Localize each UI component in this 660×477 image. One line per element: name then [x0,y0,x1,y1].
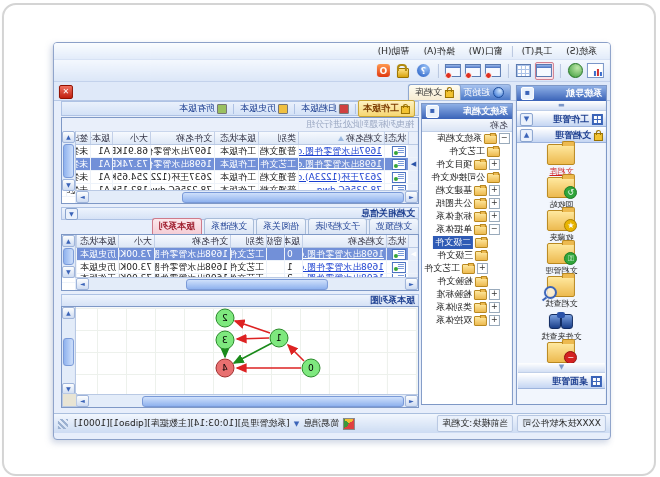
tree-column-header[interactable]: 名称 [422,119,512,132]
pin-icon[interactable]: ▪ [521,87,534,100]
svg-text:1: 1 [276,333,282,343]
collapse-chevron-icon[interactable]: ▼ [65,208,78,220]
tree-row[interactable]: +标准体系 [422,210,512,223]
menu-window[interactable]: 窗口(W) [462,43,510,60]
horizontal-scrollbar[interactable]: ◄► [75,190,418,203]
tree-row[interactable]: +检验标准 [422,288,512,301]
version-filter-archived[interactable]: 归档版本 [297,101,353,116]
overflow-chevron-icon[interactable]: ▼ [518,363,605,373]
globe-icon[interactable] [567,63,584,79]
tree-row[interactable]: +双控体系 [422,314,512,327]
chevron-down-icon[interactable]: ▼ [520,113,533,126]
tree-row-selected[interactable]: 二级文件 [422,236,512,249]
graph-node-0[interactable]: 0 [302,359,320,377]
col-size[interactable]: 大小 [112,132,150,144]
tree-row[interactable]: +公共图纸 [422,197,512,210]
tree-row[interactable]: −单据体系 [422,223,512,236]
tree-row[interactable]: 检验文件 [422,275,512,288]
window-view-active-icon[interactable] [535,62,554,80]
chart-icon[interactable] [587,63,604,79]
horizontal-scrollbar[interactable]: ◄► [75,394,418,407]
col-doc-name[interactable]: 文档名称 [302,235,386,247]
window-red-icon[interactable] [485,63,502,79]
graph-node-1[interactable]: 1 [270,329,288,347]
col-size[interactable]: 大小 [118,235,154,247]
graph-node-3[interactable]: 3 [216,331,234,349]
tab-start-page[interactable]: 起始页 [456,84,511,100]
table-row[interactable]: 1697出水管零件图.dwg普通文档 工作版本1697出水管零件图.dwg 68… [62,145,418,158]
tab-borrow-relation[interactable]: 借阅关系 [256,218,306,234]
col-file-name[interactable]: 文件名称 [154,235,230,247]
graph-node-2[interactable]: 2 [216,309,234,327]
tab-document-library[interactable]: 文档库 [408,84,461,100]
col-version-no[interactable]: 版本号 [284,235,302,247]
nav-item-doc-search[interactable]: 文档查找 [522,275,602,308]
nav-item-doc-management[interactable]: ⚿ 文档管理 [522,242,602,275]
table-row-selected[interactable]: ▶ 1698出水管零件图.dwg工艺文件 工作版本1698出水管零件图.dwg … [62,158,418,171]
section-work-management[interactable]: 工作管理 ▼ [517,111,606,127]
grid-group-panel[interactable]: 拖曳列标题到此处进行分组 [62,118,418,132]
table-row[interactable]: 2637王环(1223A).dwg普通文档 工作版本2637王环(1223A).… [62,171,418,184]
window-red-icon[interactable] [465,63,482,79]
col-version-state[interactable]: 版本状态 [214,132,258,144]
tree-row[interactable]: 工艺文件 [422,145,512,158]
tree-row[interactable]: +类别体系 [422,301,512,314]
section-desktop-management[interactable]: 桌面管理 [518,373,605,389]
table-row[interactable]: 1698出水管零件图.dwg1 工艺文件 1698出水管零件图.dwg73.00… [62,261,418,274]
version-graph-canvas[interactable]: 2 3 1 4 0 [74,308,417,396]
menu-action[interactable]: 操作(A) [417,43,462,60]
help-globe-icon[interactable]: ? [415,63,432,79]
tree-row[interactable]: +工艺文件 [422,262,512,275]
splitter-handle[interactable]: ▬ [517,101,606,111]
toolbar-separator [560,64,561,78]
col-version-no[interactable]: 版本号 [90,132,112,144]
nav-item-document-library[interactable]: 文档库 [522,143,602,176]
vertical-scrollbar[interactable]: ▲▼ [62,307,76,395]
dropdown-chevron-icon[interactable]: ▼ [294,420,299,428]
tab-version-series[interactable]: 版本系列 [152,218,202,234]
version-filter-working[interactable]: 工作版本 [358,100,415,117]
graph-node-4-current[interactable]: 4 [216,359,234,377]
horizontal-scrollbar[interactable]: ◄► [75,277,418,290]
col-file-name[interactable]: 文件名称 [150,132,214,144]
tree-row[interactable]: 三级文件 [422,249,512,262]
col-category[interactable]: 类别 [230,235,266,247]
menu-system[interactable]: 系统(S) [559,43,604,60]
menu-help[interactable]: 帮助(H) [371,43,417,60]
col-version-state[interactable]: 版本状态 [76,235,118,247]
version-filter-history[interactable]: 历史版本 [236,101,292,116]
vertical-scrollbar[interactable]: ▲▼ [62,235,76,278]
tab-doc-pedigree[interactable]: 文档谱系 [204,218,254,234]
tab-subdoc-list[interactable]: 子文档列表 [308,218,367,234]
col-status[interactable]: 状态图 [386,235,408,247]
pin-icon[interactable]: ▪ [426,105,439,118]
grid-icon [592,114,603,125]
tree-row[interactable]: 公司接收文件 [422,171,512,184]
resize-grip[interactable] [58,419,68,429]
nav-item-folder-search[interactable]: 文件夹查找 [522,308,602,341]
quick-message-button[interactable]: 简易消息 [303,417,339,430]
folder-recycle-icon: ↻ [548,177,576,198]
col-security[interactable]: 密级 [266,235,284,247]
version-filter-all[interactable]: 所有版本 [175,101,231,116]
window-red-icon[interactable] [445,63,462,79]
menu-tools[interactable]: 工具(T) [515,43,560,60]
table-view-icon[interactable] [515,63,532,79]
close-icon[interactable]: ✕ [59,85,73,99]
table-row-selected[interactable]: ▶ 1698出水管零件图.dwg0 工艺文件 1698出水管零件图.dwg73.… [62,248,418,261]
doc-status-icon [392,159,406,170]
tree-row[interactable]: +基建文档 [422,184,512,197]
col-doc-name[interactable]: 文档名称 [298,132,384,144]
tree-row[interactable]: −系统文档库 [422,132,512,145]
nav-item-recycle-bin[interactable]: ↻ 回收站 [522,176,602,209]
stop-icon[interactable]: O [375,63,392,79]
tab-doc-preview[interactable]: 文档预览 [369,218,419,234]
tree-row[interactable]: +项目文件 [422,158,512,171]
col-category[interactable]: 类别 [258,132,298,144]
padlock-icon[interactable] [395,63,412,79]
vertical-scrollbar[interactable]: ▲▼ [62,131,76,191]
version-toolbar: 工作版本 归档版本 历史版本 所有版本 [61,101,419,116]
nav-item-favorites[interactable]: ★ 收藏夹 [522,209,602,242]
section-work-label: 工作管理 [553,113,589,126]
col-status[interactable]: 状态图 [384,132,408,144]
